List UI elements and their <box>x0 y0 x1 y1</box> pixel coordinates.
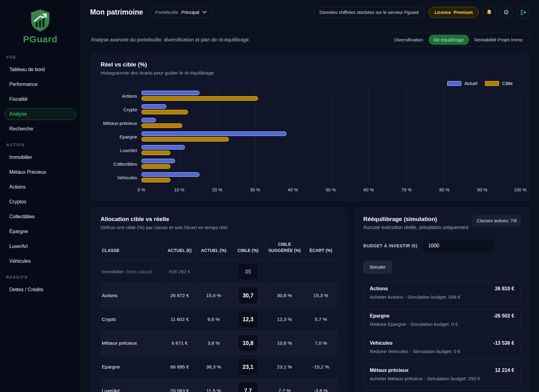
allocation-title: Allocation cible vs réelle <box>101 216 338 223</box>
app-root: PGuard VUETableau de bordPerformanceFisc… <box>0 0 539 392</box>
sidebar-item-cryptos[interactable]: Cryptos <box>4 196 76 208</box>
column-header-classe: CLASSE <box>101 237 162 260</box>
license-value: Premium <box>454 10 473 15</box>
allocation-subtitle: Définis une cible (%) par classe et suis… <box>101 225 338 230</box>
chart-title: Réel vs cible (%) <box>101 61 520 68</box>
classe-name: Luxe/Art <box>102 388 120 392</box>
tab-rentabilite-projet-immo[interactable]: Rentabilité Projet Immo <box>469 35 528 45</box>
notifications-button[interactable] <box>483 6 496 19</box>
portfolio-select[interactable]: Portefeuille Principal <box>149 6 213 18</box>
sidebar-item-dettes-credits[interactable]: Dettes / Crédits <box>4 284 76 296</box>
legend-swatch-actuel <box>447 81 461 86</box>
bar-group-vehicules <box>141 171 520 184</box>
simulation-item-detail: Acheter Métaux précieux - Simulation bud… <box>370 376 514 381</box>
bar-cible-epargne <box>141 137 229 142</box>
cible-input-actions[interactable]: 30,7 <box>238 287 258 304</box>
bar-actuel-epargne <box>141 131 287 136</box>
bar-group-crypto <box>141 103 520 116</box>
sidebar-item-metaux-precieux[interactable]: Métaux Précieux <box>4 166 76 178</box>
budget-row: BUDGET À INVESTIR (€) 1000 <box>363 238 521 253</box>
table-row-actions: Actions26 872 €15,4 %30,730,8 %15,3 % <box>101 283 338 307</box>
tab-diversification[interactable]: Diversification <box>389 35 428 45</box>
cell-classe: Actions <box>101 284 162 307</box>
bar-actuel-actions <box>141 91 200 95</box>
simulation-item-amount: 12 214 € <box>495 368 514 373</box>
chart-label-crypto: Crypto <box>101 103 141 116</box>
simulation-item-epargne: Epargne-26 502 €Reduire Epargne - Simula… <box>363 309 521 332</box>
simulation-card: Rééquilibrage (simulation) Aucune exécut… <box>354 207 530 392</box>
simulation-item-metaux-precieux: Métaux précieux12 214 €Acheter Métaux pr… <box>363 363 521 386</box>
cell-classe: Crypto <box>101 308 162 331</box>
classe-name: Crypto <box>102 317 116 322</box>
simulation-item-top: Actions26 810 € <box>370 286 514 292</box>
sidebar-item-recherche[interactable]: Recherche <box>4 123 76 135</box>
allocation-table: CLASSEACTUEL (€)ACTUEL (%)CIBLE (%)CIBLE… <box>101 237 338 392</box>
tab-re-equilibrage[interactable]: Ré-équilibrage <box>429 35 469 45</box>
cible-input-luxe-art[interactable]: 7,7 <box>238 382 258 392</box>
sidebar-item-actions[interactable]: Actions <box>4 181 76 193</box>
cell-ecart: -15,2 % <box>304 355 338 379</box>
cell-ecart: - <box>304 260 338 283</box>
license-badge[interactable]: Licence Premium <box>429 7 479 18</box>
bar-actuel-metaux-precieux <box>141 118 156 122</box>
bell-icon <box>486 9 493 16</box>
classe-name: Immobilier <box>102 269 124 275</box>
cible-input-immobilier[interactable]: 35 <box>238 263 258 280</box>
legend-swatch-cible <box>485 81 499 86</box>
sidebar-item-immobilier[interactable]: Immobilier <box>4 151 76 163</box>
cell-actuel-eur: 6 671 € <box>162 331 196 355</box>
cell-actuel-pct: - <box>196 260 231 283</box>
gear-icon: ⚙ <box>503 9 509 15</box>
simulation-item-name: Métaux précieux <box>370 368 408 373</box>
cell-cible: 7,7 <box>231 379 265 392</box>
x-tick-0: 0 % <box>138 187 145 192</box>
sidebar-item-performance[interactable]: Performance <box>4 79 76 90</box>
budget-input[interactable]: 1000 <box>422 238 495 253</box>
content: Analyse avancée du portefeuille: diversi… <box>81 25 539 392</box>
x-tick-3: 30 % <box>250 187 260 192</box>
column-header-actuel: ACTUEL (%) <box>196 237 231 260</box>
cell-cible: 30,7 <box>231 284 265 307</box>
classe-name: Métaux précieux <box>102 340 137 346</box>
sidebar-item-analyse[interactable]: Analyse <box>4 108 76 120</box>
simulate-button[interactable]: Simuler <box>363 261 392 274</box>
logout-button[interactable] <box>517 6 530 19</box>
classe-name: Actions <box>102 293 118 298</box>
chart-subtitle: Histogramme des écarts pour guider le ré… <box>101 70 520 76</box>
cible-input-epargne[interactable]: 23,1 <box>238 358 258 376</box>
cell-ecart: -3,8 % <box>304 379 338 392</box>
cible-input-crypto[interactable]: 12,3 <box>238 311 258 328</box>
simulation-item-top: Métaux précieux12 214 € <box>370 368 514 373</box>
x-tick-4: 40 % <box>288 187 298 192</box>
settings-button[interactable]: ⚙ <box>500 6 513 19</box>
column-header-cible-suggeree: CIBLE SUGGÉRÉE (%) <box>265 237 304 260</box>
sidebar-item-collectibles[interactable]: Collectibles <box>4 211 76 223</box>
sidebar-item-epargne[interactable]: Épargne <box>4 226 76 237</box>
cible-input-metaux-precieux[interactable]: 10,8 <box>238 334 258 352</box>
license-label: Licence <box>434 10 451 15</box>
main-area: Mon patrimoine Portefeuille Principal Do… <box>81 0 539 392</box>
topbar: Mon patrimoine Portefeuille Principal Do… <box>81 0 539 25</box>
cell-cible-suggeree: 12,3 % <box>265 308 304 331</box>
sidebar-item-fiscalite[interactable]: Fiscalité <box>4 93 76 105</box>
simulation-item-detail: Acheter Actions - Simulation budget: 548… <box>370 294 514 300</box>
sidebar-item-luxe-art[interactable]: Luxe/Art <box>4 241 76 252</box>
bar-cible-crypto <box>141 110 188 114</box>
cell-actuel-eur: 11 602 € <box>162 308 196 331</box>
view-tabs: DiversificationRé-équilibrageRentabilité… <box>387 33 530 47</box>
bar-chart: ActionsCryptoMétaux précieuxEpargneLuxe/… <box>101 89 520 195</box>
bar-actuel-luxe-art <box>141 145 185 150</box>
cell-actuel-pct: 3,8 % <box>196 331 231 355</box>
bar-cible-metaux-precieux <box>141 123 182 128</box>
logo: PGuard <box>0 8 80 45</box>
cell-cible: 35 <box>231 260 265 283</box>
simulation-item-amount: -13 536 € <box>493 340 514 346</box>
chart-x-axis: 0 %10 %20 %30 %40 %50 %60 %70 %80 %90 %1… <box>141 184 520 195</box>
bar-cible-luxe-art <box>141 151 170 155</box>
sidebar-item-tableau-de-bord[interactable]: Tableau de bord <box>4 64 76 75</box>
sidebar-item-vehicules[interactable]: Véhicules <box>4 255 76 267</box>
simulation-item-top: Epargne-26 502 € <box>370 313 514 319</box>
simulation-item-name: Vehicules <box>370 340 393 346</box>
table-row-crypto: Crypto11 602 €6,6 %12,312,3 %5,7 % <box>101 307 338 331</box>
bar-actuel-crypto <box>141 104 166 109</box>
